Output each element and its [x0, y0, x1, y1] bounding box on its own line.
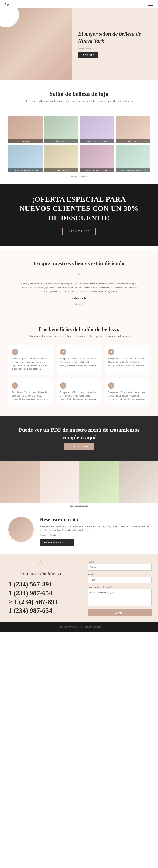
- hero-image-source[interactable]: Imagen de Freepik: [78, 47, 152, 50]
- benefit-number-6: 6: [108, 382, 115, 389]
- hero-title: El mejor salón de belleza de Nueva York: [78, 30, 152, 44]
- benefit-number-3: 3: [108, 349, 115, 355]
- service-label-parejas: PAREJAS: [116, 139, 150, 144]
- form-input-email[interactable]: [88, 577, 152, 583]
- hero-image: [0, 8, 72, 80]
- benefit-card-4: 4 Sample text. Click to select the text …: [8, 378, 53, 405]
- testimonial-dots: [13, 304, 145, 305]
- benefit-text-1: Mejora la apariencia de líneas finas y a…: [12, 357, 50, 371]
- phones-section: Visita nuestro salón de belleza 1 (234) …: [0, 554, 81, 622]
- service-card-paquetes[interactable]: PAQUETES DE SPA: [80, 116, 114, 144]
- luxury-section: Salón de belleza de lujo ofrece una ampl…: [0, 80, 158, 116]
- bottom-row: Visita nuestro salón de belleza 1 (234) …: [0, 554, 158, 622]
- hero-read-more-button[interactable]: LEER MÁS: [78, 53, 98, 58]
- phone-number-1[interactable]: 1 (234) 567-891: [8, 580, 73, 589]
- menu-button[interactable]: [148, 3, 153, 6]
- service-label-paquetes: PAQUETES DE SPA: [80, 139, 114, 144]
- contact-form-section: Name Email How can we help you? ENVIAR: [81, 554, 158, 622]
- phone-number-3[interactable]: > 1 (234) 567-891: [8, 597, 73, 606]
- service-card-microblading[interactable]: MICROBLADING: [44, 145, 78, 173]
- benefit-number-5: 5: [60, 382, 66, 389]
- benefit-text-5: Sample text. Click to select the text bo…: [60, 391, 98, 401]
- photo-bg-2: [40, 461, 79, 503]
- photo-cell-2: [40, 461, 79, 503]
- dot-2[interactable]: [78, 304, 80, 305]
- benefits-grid: 1 Mejora la apariencia de líneas finas y…: [8, 344, 150, 405]
- grid-image-source[interactable]: Imagen de Freepik: [0, 173, 158, 180]
- form-field-email: Email: [88, 573, 152, 583]
- salon-icon: [8, 561, 73, 570]
- form-textarea-message[interactable]: [88, 589, 152, 606]
- benefit-text-6: Sample text. Click to select the text bo…: [108, 391, 146, 401]
- pdf-download-button[interactable]: DESCARGAR: [64, 443, 94, 450]
- benefit-number-2: 2: [60, 349, 66, 355]
- contact-form: Name Email How can we help you? ENVIAR: [88, 561, 152, 616]
- service-label-tarjetas: TARJETAS DE REGALO: [80, 168, 114, 173]
- benefit-text-4: Sample text. Click to select the text bo…: [12, 391, 50, 401]
- offer-details-button[interactable]: MÁS DETALLES: [62, 228, 96, 235]
- testimonial-author: Helen Smith: [13, 297, 145, 300]
- form-submit-button[interactable]: ENVIAR: [88, 610, 152, 616]
- service-label-cuerpo: CUERPO: [8, 139, 42, 144]
- appointment-button[interactable]: RESERVAR UNA CITA: [40, 539, 73, 546]
- benefit-text-3: Sample text. Click to select the text bo…: [108, 357, 146, 367]
- benefit-number-4: 4: [12, 382, 18, 389]
- footer-text: Diseño web por Site123 | Política de pri…: [8, 626, 150, 628]
- service-card-masajes[interactable]: MASAJES: [44, 116, 78, 144]
- phone-number-2[interactable]: 1 (234) 987-654: [8, 589, 73, 598]
- photo-bg-4: [119, 461, 158, 503]
- testimonial-prev-button[interactable]: ‹: [4, 280, 6, 285]
- service-card-cuerpo[interactable]: CUERPO: [8, 116, 42, 144]
- testimonials-section: Lo que nuestros clientes están diciendo …: [0, 250, 158, 316]
- menu-line-1: [148, 3, 153, 3]
- benefit-card-6: 6 Sample text. Click to select the text …: [105, 378, 150, 405]
- service-card-productos[interactable]: NUESTROS PRODUCTOS: [116, 145, 150, 173]
- appointment-content: Reservar una cita Reserve cómodamente su…: [40, 517, 150, 546]
- appointment-section: Reservar una cita Reserve cómodamente su…: [0, 508, 158, 554]
- form-field-message: How can we help you?: [88, 586, 152, 607]
- appointment-image-source[interactable]: Imagen de Freepik: [40, 534, 150, 536]
- service-label-microblading: MICROBLADING: [44, 168, 78, 173]
- form-label-email: Email: [88, 573, 152, 576]
- benefits-title: Los beneficios del salón de belleza.: [8, 326, 150, 333]
- service-label-terapia: TERAPIA INTRAVENOSA: [8, 168, 42, 173]
- pdf-title: Puede ver un PDF de nuestro menú de trat…: [8, 426, 150, 441]
- pdf-section: Puede ver un PDF de nuestro menú de trat…: [0, 416, 158, 461]
- footer: Diseño web por Site123 | Política de pri…: [0, 622, 158, 631]
- photo-image-source[interactable]: Imágenes de Freepik: [0, 503, 158, 508]
- hero-section: El mejor salón de belleza de Nueva York …: [0, 8, 158, 80]
- benefit-card-1: 1 Mejora la apariencia de líneas finas y…: [8, 344, 53, 375]
- dot-1[interactable]: [75, 304, 77, 305]
- offer-title: ¡OFERTA ESPECIAL PARA NUEVOS CLIENTES CO…: [17, 194, 141, 223]
- appointment-image: [8, 517, 34, 542]
- phone-number-4[interactable]: 1 (234) 987-654: [8, 606, 73, 615]
- testimonial-quote-icon: “: [13, 273, 145, 280]
- benefit-number-1: 1: [12, 349, 18, 355]
- logo: logo: [5, 2, 10, 6]
- appointment-title: Reservar una cita: [40, 517, 150, 522]
- form-input-name[interactable]: [88, 564, 152, 571]
- photo-cell-3: [79, 461, 119, 503]
- benefit-card-3: 3 Sample text. Click to select the text …: [105, 344, 150, 375]
- service-label-masajes: MASAJES: [44, 139, 78, 144]
- services-grid: CUERPO MASAJES PAQUETES DE SPA PAREJAS T…: [0, 116, 158, 173]
- photo-cell-1: [0, 461, 40, 503]
- form-label-name: Name: [88, 561, 152, 563]
- service-card-tarjetas[interactable]: TARJETAS DE REGALO: [80, 145, 114, 173]
- menu-line-2: [148, 4, 153, 4]
- hero-content: El mejor salón de belleza de Nueva York …: [72, 24, 158, 64]
- benefit-card-2: 2 Sample text. Click to select the text …: [57, 344, 101, 375]
- service-label-productos: NUESTROS PRODUCTOS: [116, 168, 150, 173]
- photo-cell-4: [119, 461, 158, 503]
- benefits-section: Los beneficios del salón de belleza. A l…: [0, 316, 158, 416]
- testimonial-next-button[interactable]: ›: [152, 280, 154, 285]
- form-field-name: Name: [88, 561, 152, 571]
- dot-3[interactable]: [81, 304, 83, 305]
- benefit-text-2: Sample text. Click to select the text bo…: [60, 357, 98, 367]
- benefits-subtitle: A las mujeres les encanta mimarse. Es la…: [8, 334, 150, 338]
- service-card-terapia[interactable]: TERAPIA INTRAVENOSA: [8, 145, 42, 173]
- luxury-title: Salón de belleza de lujo: [8, 91, 150, 97]
- photo-bg-1: [0, 461, 40, 503]
- service-card-parejas[interactable]: PAREJAS: [116, 116, 150, 144]
- menu-line-3: [148, 5, 153, 6]
